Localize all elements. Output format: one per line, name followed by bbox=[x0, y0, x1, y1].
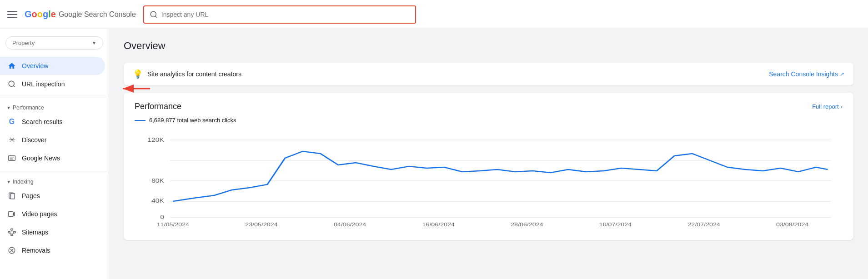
hamburger-menu[interactable] bbox=[7, 11, 17, 18]
svg-text:80K: 80K bbox=[151, 178, 165, 184]
removals-icon bbox=[7, 246, 16, 255]
news-icon bbox=[7, 154, 16, 163]
svg-rect-9 bbox=[10, 194, 15, 199]
svg-text:11/05/2024: 11/05/2024 bbox=[157, 222, 189, 228]
sidebar-item-url-inspection[interactable]: URL inspection bbox=[0, 75, 105, 93]
svg-rect-12 bbox=[11, 229, 13, 230]
svg-text:22/07/2024: 22/07/2024 bbox=[687, 222, 720, 228]
indexing-section-label: Indexing bbox=[13, 179, 33, 185]
sidebar-item-overview[interactable]: Overview bbox=[0, 57, 105, 75]
indexing-section-header[interactable]: ▾ Indexing bbox=[0, 175, 109, 187]
sidebar-item-video-pages[interactable]: Video pages bbox=[0, 205, 105, 223]
legend-line bbox=[135, 120, 146, 121]
svg-text:03/08/2024: 03/08/2024 bbox=[776, 222, 808, 228]
sidebar-overview-label: Overview bbox=[22, 62, 48, 70]
app-title: Google Search Console bbox=[59, 10, 136, 19]
google-news-label: Google News bbox=[22, 154, 60, 162]
clicks-legend: 6,689,877 total web search clicks bbox=[135, 117, 843, 124]
insights-text: Site analytics for content creators bbox=[147, 70, 241, 78]
url-input[interactable] bbox=[161, 11, 410, 18]
svg-text:120K: 120K bbox=[148, 137, 165, 143]
url-inspection-bar[interactable] bbox=[143, 5, 416, 24]
svg-text:04/06/2024: 04/06/2024 bbox=[334, 222, 366, 228]
insights-link-label: Search Console Insights bbox=[769, 70, 838, 78]
svg-point-2 bbox=[9, 81, 14, 86]
sidebar-item-search-results[interactable]: G Search results bbox=[0, 113, 105, 131]
svg-rect-14 bbox=[11, 234, 13, 236]
video-icon bbox=[7, 209, 16, 219]
google-g-icon: G bbox=[7, 117, 16, 126]
svg-rect-13 bbox=[8, 232, 10, 233]
svg-line-1 bbox=[155, 16, 156, 17]
clicks-count: 6,689,877 total web search clicks bbox=[149, 117, 236, 124]
chevron-down-icon: ▼ bbox=[92, 40, 96, 45]
chevron-down-indexing-icon: ▾ bbox=[7, 179, 10, 185]
performance-card-title: Performance bbox=[135, 102, 181, 111]
performance-section-header[interactable]: ▾ Performance bbox=[0, 101, 109, 113]
sitemaps-icon bbox=[7, 228, 16, 237]
insights-banner-left: 💡 Site analytics for content creators bbox=[133, 69, 241, 79]
insights-banner: 💡 Site analytics for content creators Se… bbox=[124, 63, 853, 85]
divider-2 bbox=[0, 171, 109, 171]
video-pages-label: Video pages bbox=[22, 210, 57, 218]
sidebar-item-discover[interactable]: ✳ Discover bbox=[0, 131, 105, 149]
sidebar-item-sitemaps[interactable]: Sitemaps bbox=[0, 223, 105, 241]
performance-card: Performance Full report › 6,689,877 tota… bbox=[124, 93, 853, 240]
chevron-right-icon: › bbox=[841, 103, 843, 110]
search-icon bbox=[150, 10, 158, 19]
full-report-label: Full report bbox=[812, 103, 839, 110]
main-content: Overview 💡 Site analytics for content cr… bbox=[109, 29, 868, 279]
svg-text:0: 0 bbox=[160, 214, 164, 220]
search-console-insights-link[interactable]: Search Console Insights ↗ bbox=[769, 70, 844, 78]
svg-rect-15 bbox=[14, 232, 16, 233]
svg-line-3 bbox=[13, 85, 15, 87]
sidebar-item-removals[interactable]: Removals bbox=[0, 241, 105, 259]
full-report-link[interactable]: Full report › bbox=[812, 103, 843, 110]
search-icon bbox=[7, 80, 16, 89]
performance-section-label: Performance bbox=[13, 105, 44, 111]
svg-text:16/06/2024: 16/06/2024 bbox=[422, 222, 455, 228]
external-link-icon: ↗ bbox=[840, 71, 844, 77]
svg-marker-11 bbox=[13, 212, 15, 216]
sidebar-url-inspection-label: URL inspection bbox=[22, 80, 65, 88]
discover-icon: ✳ bbox=[7, 135, 16, 144]
page-title: Overview bbox=[124, 40, 853, 52]
svg-text:40K: 40K bbox=[151, 198, 165, 204]
sidebar-item-pages[interactable]: Pages bbox=[0, 187, 105, 205]
svg-text:28/06/2024: 28/06/2024 bbox=[511, 222, 543, 228]
sidebar: Property ▼ Overview URL inspection ▾ Per… bbox=[0, 29, 109, 279]
sitemaps-label: Sitemaps bbox=[22, 229, 48, 236]
svg-text:23/05/2024: 23/05/2024 bbox=[245, 222, 277, 228]
chart-svg: 120K 80K 40K 0 11/05/2024 23/05/2024 04/… bbox=[135, 131, 843, 231]
pages-icon bbox=[7, 191, 16, 200]
search-results-label: Search results bbox=[22, 118, 62, 125]
chevron-down-performance-icon: ▾ bbox=[7, 105, 10, 111]
top-bar: Google Google Search Console bbox=[0, 0, 868, 29]
app-logo: Google Google Search Console bbox=[25, 9, 136, 20]
svg-line-18 bbox=[12, 233, 15, 234]
svg-line-17 bbox=[9, 233, 12, 234]
performance-chart: 120K 80K 40K 0 11/05/2024 23/05/2024 04/… bbox=[135, 131, 843, 231]
removals-label: Removals bbox=[22, 247, 50, 254]
svg-rect-10 bbox=[9, 212, 14, 217]
performance-card-header: Performance Full report › bbox=[135, 102, 843, 111]
main-layout: Property ▼ Overview URL inspection ▾ Per… bbox=[0, 29, 868, 279]
pages-label: Pages bbox=[22, 192, 40, 199]
bulb-icon: 💡 bbox=[133, 69, 143, 79]
svg-point-0 bbox=[151, 11, 156, 17]
svg-text:10/07/2024: 10/07/2024 bbox=[599, 222, 632, 228]
home-icon bbox=[7, 61, 16, 70]
sidebar-item-google-news[interactable]: Google News bbox=[0, 149, 105, 167]
property-label: Property bbox=[12, 40, 35, 46]
divider-1 bbox=[0, 97, 109, 97]
discover-label: Discover bbox=[22, 136, 46, 144]
property-selector[interactable]: Property ▼ bbox=[5, 36, 103, 50]
